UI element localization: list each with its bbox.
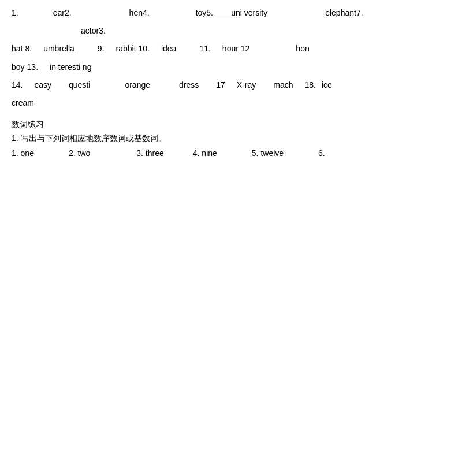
line-2: hat 8. umbrella 9. rabbit 10. idea 11. h… [12, 42, 462, 56]
item-5-cream: cream [12, 96, 34, 110]
content-area: 1. ear2. hen4. toy5.____uni versity elep… [12, 6, 462, 476]
item-1-1: 1. [12, 6, 18, 20]
item-3-interesting: in teresti ng [50, 60, 91, 75]
item-2-hon: hon [296, 42, 309, 56]
item-1-hen4: hen4. [129, 6, 150, 20]
item-1-elephant7: elephant7. [325, 6, 363, 20]
item-2-idea: idea [161, 42, 176, 56]
exercise-title: 1. 写出与下列词相应地数序数词或基数词。 [12, 133, 462, 144]
item-2-rabbit10: rabbit 10. [116, 42, 150, 56]
num-item-3: 3. three [136, 148, 163, 158]
item-4-18: 18. [305, 78, 316, 92]
line-1: 1. ear2. hen4. toy5.____uni versity elep… [12, 6, 462, 20]
item-4-dress: dress [179, 78, 199, 92]
item-4-14: 14. [12, 78, 23, 92]
item-4-easy: easy [34, 78, 51, 92]
num-item-5: 5. twelve [252, 148, 284, 158]
item-2-9: 9. [98, 42, 105, 56]
num-item-2: 2. two [69, 148, 90, 158]
number-line: 1. one 2. two 3. three 4. nine 5. twelve… [12, 148, 462, 158]
item-4-xray: X-ray [237, 78, 256, 92]
item-4-mach: mach [273, 78, 293, 92]
item-3-13: 13. [27, 60, 38, 75]
num-item-6: 6. [318, 148, 325, 158]
line-1b: actor3. [12, 24, 462, 38]
line-5: cream [12, 96, 462, 110]
item-2-11: 11. [199, 42, 210, 56]
item-2-hour12: hour 12 [222, 42, 249, 56]
item-1-toy5: toy5.____uni versity [196, 6, 268, 20]
num-item-4: 4. nine [193, 148, 217, 158]
line-4: 14. easy questi orange dress 17 X-ray ma… [12, 78, 462, 92]
item-2-8: 8. [25, 42, 32, 56]
item-2-umbrella: umbrella [43, 42, 74, 56]
item-4-questi: questi [69, 78, 90, 92]
num-item-1: 1. one [12, 148, 34, 158]
item-4-17: 17 [216, 78, 225, 92]
section-title: 数词练习 [12, 120, 462, 130]
line-3: boy 13. in teresti ng [12, 60, 462, 75]
item-1b-actor3: actor3. [81, 24, 106, 38]
item-4-ice: ice [322, 78, 332, 92]
item-3-boy: boy [12, 60, 25, 75]
item-4-orange: orange [125, 78, 150, 92]
item-2-hat: hat [12, 42, 23, 56]
item-1-ear2: ear2. [53, 6, 72, 20]
